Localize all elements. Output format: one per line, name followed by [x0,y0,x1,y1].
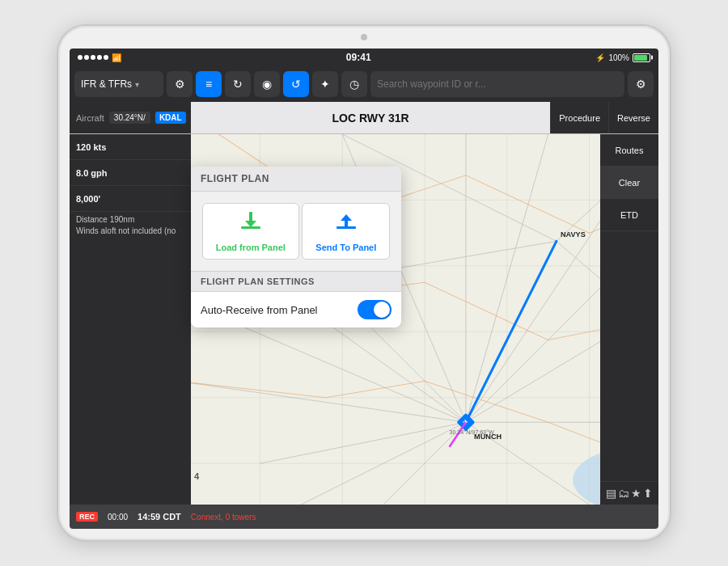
left-panel: 120 kts 8.0 gph 8,000' Distance 190nm Wi… [70,134,191,505]
connext-signal: Connext, 0 towers [191,513,256,522]
battery-percent: 100% [608,53,629,62]
download-icon [239,210,262,238]
fuel-row: 8.0 gph [70,160,191,186]
refresh-icon: ↺ [291,78,301,91]
clock-icon: ◷ [349,78,359,91]
flight-plan-popup: FLIGHT PLAN Load from Panel [191,167,401,327]
sync-button[interactable]: ↻ [225,71,251,97]
profile-button[interactable]: ▤ [606,487,616,500]
auto-receive-label: Auto-Receive from Panel [201,304,318,316]
speed-row: 120 kts [70,134,191,160]
sync-icon: ↻ [233,78,243,91]
rec-label: REC [76,512,98,522]
signal-dot-4 [97,55,102,60]
search-settings-button[interactable]: ⚙ [628,71,654,97]
ipad-frame: 📶 09:41 ⚡ 100% IFR & TFRs ▾ ⚙ ≡ [57,24,671,542]
auto-receive-row: Auto-Receive from Panel [191,292,401,327]
radio-icon: ◉ [262,78,272,91]
wifi-icon: 📶 [112,53,121,62]
signal-dot-3 [91,55,95,60]
status-bar: 📶 09:41 ⚡ 100% [70,49,658,66]
altitude-value: 8,000' [76,194,100,204]
search-settings-icon: ⚙ [636,78,646,91]
signal-dot-2 [84,55,89,60]
send-btn-label: Send To Panel [315,243,376,252]
list-button[interactable]: ≡ [196,71,222,97]
layer-select-label: IFR & TFRs [81,78,132,90]
coord-display: 30.24°N/ [109,112,150,124]
refresh-button[interactable]: ↺ [283,71,309,97]
folder-icon: 🗂 [618,487,629,500]
battery-fill [634,55,647,61]
share-icon: ⬆ [643,487,653,500]
aircraft-label: Aircraft [76,113,104,123]
loc-label: LOC RWY 31R [191,102,550,133]
flight-plan-buttons: Load from Panel Send To Panel [191,192,401,272]
content-area: 120 kts 8.0 gph 8,000' Distance 190nm Wi… [70,134,658,505]
bottom-bar: REC 00:00 14:59 CDT Connext, 0 towers [70,505,658,529]
signal-dot-1 [78,55,83,60]
status-time: 09:41 [346,52,371,63]
load-from-panel-button[interactable]: Load from Panel [202,203,299,260]
clear-button[interactable]: Clear [600,167,658,199]
share-button[interactable]: ⬆ [643,487,653,500]
star-icon: ✦ [320,78,330,91]
svg-marker-49 [341,214,352,221]
auto-receive-toggle[interactable] [358,300,392,319]
list-icon: ≡ [205,78,212,91]
chevron-down-icon: ▾ [135,80,139,89]
status-left: 📶 [78,53,121,62]
aircraft-row: Aircraft 30.24°N/ KDAL [70,102,191,133]
folder-button[interactable]: 🗂 [618,487,629,500]
info-footer: Distance 190nm Winds aloft not included … [70,212,191,239]
battery-icon [633,53,650,62]
svg-text:4: 4 [194,471,200,481]
gear-button[interactable]: ⚙ [167,71,193,97]
screen: 📶 09:41 ⚡ 100% IFR & TFRs ▾ ⚙ ≡ [70,49,658,529]
etd-button[interactable]: ETD [600,199,658,231]
profile-icon: ▤ [606,487,616,500]
flight-plan-header: FLIGHT PLAN [191,167,401,192]
svg-text:NAVYS: NAVYS [561,230,586,239]
winds-text: Winds aloft not included (no [76,226,184,237]
star-toolbar-button[interactable]: ✦ [312,71,338,97]
svg-marker-46 [245,221,256,227]
action-buttons-strip: ▤ 🗂 ★ ⬆ [600,481,658,505]
speed-value: 120 kts [76,142,106,152]
signal-dot-5 [104,55,108,60]
ipad-camera [361,34,367,40]
bottom-time: 14:59 CDT [138,512,181,522]
signal-dots [78,55,108,60]
bottom-timer: 00:00 [108,513,128,522]
gear-icon: ⚙ [175,78,185,91]
layer-select[interactable]: IFR & TFRs ▾ [74,71,163,97]
radio-button[interactable]: ◉ [254,71,280,97]
status-right: ⚡ 100% [595,53,650,62]
fuel-value: 8.0 gph [76,168,108,178]
flight-plan-settings-header: FLIGHT PLAN SETTINGS [191,272,401,292]
routes-button[interactable]: Routes [600,134,658,167]
distance-text: Distance 190nm [76,214,184,226]
svg-text:30.24°N/97.63°W: 30.24°N/97.63°W [450,429,494,436]
main-toolbar: IFR & TFRs ▾ ⚙ ≡ ↻ ◉ ↺ ✦ ◷ [70,66,658,102]
reverse-button[interactable]: Reverse [608,102,658,133]
star-map-button[interactable]: ★ [631,487,641,500]
right-toolbar: Routes Clear ETD ▤ 🗂 ★ ⬆ [600,134,658,505]
procedure-button[interactable]: Procedure [550,102,608,133]
kdal-badge: KDAL [155,112,186,124]
altitude-row: 8,000' [70,186,191,212]
clock-button[interactable]: ◷ [341,71,367,97]
load-btn-label: Load from Panel [216,243,286,252]
upload-icon [335,210,358,238]
search-input[interactable] [370,71,624,97]
right-sub-buttons: Procedure Reverse [550,102,658,133]
right-toolbar-spacer [600,231,658,481]
send-to-panel-button[interactable]: Send To Panel [302,203,390,260]
bluetooth-icon: ⚡ [595,53,605,62]
sub-header: Aircraft 30.24°N/ KDAL LOC RWY 31R Proce… [70,102,658,134]
star-map-icon: ★ [631,487,641,500]
